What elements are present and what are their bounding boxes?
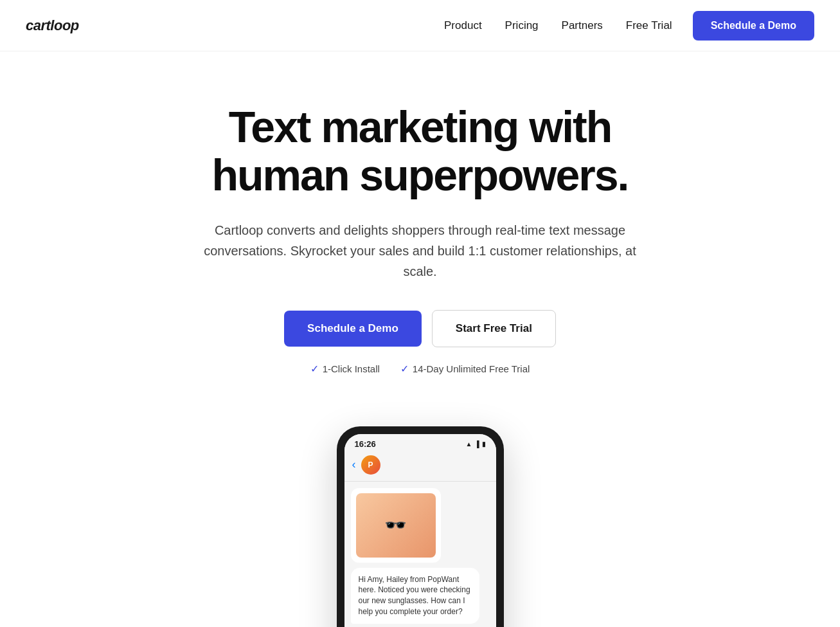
signal-icon: ▐ [474, 441, 479, 448]
badge-trial-label: 14-Day Unlimited Free Trial [413, 363, 530, 374]
hero-subtext: Cartloop converts and delights shoppers … [202, 220, 639, 282]
hero-badges: ✓ 1-Click Install ✓ 14-Day Unlimited Fre… [310, 363, 530, 375]
nav-free-trial[interactable]: Free Trial [626, 19, 672, 32]
navbar: cartloop Product Pricing Partners Free T… [0, 0, 840, 51]
phone-status-icons: ▲ ▐ ▮ [466, 441, 486, 448]
back-arrow-icon[interactable]: ‹ [352, 458, 356, 471]
phone-mockup: 16:26 ▲ ▐ ▮ ‹ P 🕶️ Hi Amy, Hailey from P… [337, 426, 504, 627]
phone-chat-header: ‹ P [344, 451, 496, 482]
phone-screen: 16:26 ▲ ▐ ▮ ‹ P 🕶️ Hi Amy, Hailey from P… [344, 434, 496, 627]
chat-message-1: Hi Amy, Hailey from PopWant here. Notice… [351, 568, 479, 624]
badge-trial: ✓ 14-Day Unlimited Free Trial [400, 363, 530, 375]
nav-schedule-demo-button[interactable]: Schedule a Demo [693, 11, 814, 41]
hero-section: Text marketing with human superpowers. C… [0, 51, 840, 401]
check-icon-trial: ✓ [400, 363, 409, 375]
battery-icon: ▮ [482, 441, 486, 448]
nav-pricing[interactable]: Pricing [505, 19, 539, 32]
phone-section: 16:26 ▲ ▐ ▮ ‹ P 🕶️ Hi Amy, Hailey from P… [0, 426, 840, 627]
nav-product[interactable]: Product [444, 19, 482, 32]
wifi-icon: ▲ [466, 441, 472, 448]
chat-avatar: P [361, 455, 380, 475]
logo[interactable]: cartloop [26, 17, 79, 34]
hero-heading-line1: Text marketing with [229, 102, 612, 151]
badge-install: ✓ 1-Click Install [310, 363, 380, 375]
phone-status-bar: 16:26 ▲ ▐ ▮ [344, 434, 496, 451]
phone-chat-area: 🕶️ Hi Amy, Hailey from PopWant here. Not… [344, 482, 496, 627]
phone-time: 16:26 [355, 439, 376, 449]
hero-start-trial-button[interactable]: Start Free Trial [432, 310, 556, 347]
nav-links: Product Pricing Partners Free Trial [444, 19, 672, 32]
hero-heading: Text marketing with human superpowers. [212, 103, 629, 199]
hero-heading-line2: human superpowers. [212, 150, 629, 199]
hero-schedule-demo-button[interactable]: Schedule a Demo [284, 311, 422, 347]
hero-buttons: Schedule a Demo Start Free Trial [284, 310, 556, 347]
nav-partners[interactable]: Partners [562, 19, 603, 32]
product-image-bubble: 🕶️ [351, 488, 441, 563]
product-image: 🕶️ [356, 493, 436, 558]
check-icon-install: ✓ [310, 363, 319, 375]
badge-install-label: 1-Click Install [323, 363, 380, 374]
